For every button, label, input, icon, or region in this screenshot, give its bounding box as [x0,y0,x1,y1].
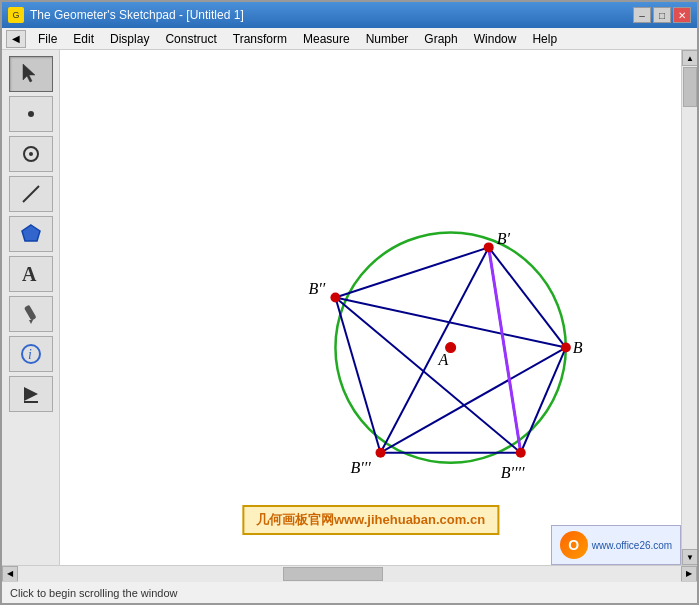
menu-construct[interactable]: Construct [157,30,224,48]
svg-line-23 [335,297,380,452]
svg-line-18 [335,297,520,452]
scroll-track-horizontal[interactable] [18,566,681,582]
compass-tool[interactable] [9,136,53,172]
svg-point-29 [561,343,571,353]
scroll-up-button[interactable]: ▲ [682,50,697,66]
status-bar: Click to begin scrolling the window [2,581,697,603]
svg-line-16 [335,297,565,347]
menu-file[interactable]: File [30,30,65,48]
line-icon [19,182,43,206]
menu-measure[interactable]: Measure [295,30,358,48]
canvas-area[interactable]: A B′ B B′′ B′′′ B′′′′ 几何画板官网www.jih [60,50,681,565]
arrow-icon [19,62,43,86]
scroll-thumb-horizontal[interactable] [283,567,383,581]
svg-text:B′′′: B′′′ [350,459,371,476]
svg-rect-7 [23,305,36,321]
svg-text:A: A [22,263,37,285]
minimize-button[interactable]: – [633,7,651,23]
svg-point-3 [29,152,33,156]
marker-icon [19,302,43,326]
title-buttons: – □ ✕ [633,7,691,23]
svg-point-33 [376,448,386,458]
menu-number[interactable]: Number [358,30,417,48]
text-tool[interactable]: A [9,256,53,292]
info-tool[interactable]: i [9,336,53,372]
animation-tool[interactable] [9,376,53,412]
text-icon: A [19,262,43,286]
maximize-button[interactable]: □ [653,7,671,23]
svg-line-21 [521,348,566,453]
menu-back-button[interactable]: ◀ [6,30,26,48]
menu-graph[interactable]: Graph [416,30,465,48]
svg-marker-5 [22,225,40,241]
svg-point-35 [516,448,526,458]
title-bar: G The Geometer's Sketchpad - [Untitled 1… [2,2,697,28]
animation-icon [19,382,43,406]
svg-text:B′: B′ [497,230,511,247]
svg-text:B′′: B′′ [308,280,325,297]
office-icon: O [560,531,588,559]
svg-marker-11 [24,387,38,401]
main-content: A i [2,50,697,565]
menu-window[interactable]: Window [466,30,525,48]
status-text: Click to begin scrolling the window [10,587,178,599]
scroll-track-vertical[interactable] [682,66,697,549]
menu-help[interactable]: Help [524,30,565,48]
window-title: The Geometer's Sketchpad - [Untitled 1] [30,8,633,22]
office-logo: O www.office26.com [551,525,681,565]
marker-tool[interactable] [9,296,53,332]
polygon-icon [19,222,43,246]
scroll-right-button[interactable]: ▶ [681,566,697,582]
menu-bar: ◀ File Edit Display Construct Transform … [2,28,697,50]
point-icon [19,102,43,126]
svg-line-4 [23,186,39,202]
scroll-left-button[interactable]: ◀ [2,566,18,582]
select-tool[interactable] [9,56,53,92]
close-button[interactable]: ✕ [673,7,691,23]
compass-icon [19,142,43,166]
geometry-canvas: A B′ B B′′ B′′′ B′′′′ [60,50,681,565]
bottom-scrollbar: ◀ ▶ [2,565,697,581]
menu-transform[interactable]: Transform [225,30,295,48]
menu-edit[interactable]: Edit [65,30,102,48]
watermark-text: 几何画板官网www.jihehuaban.com.cn [256,512,485,527]
point-tool[interactable] [9,96,53,132]
svg-marker-8 [29,320,33,324]
watermark-banner: 几何画板官网www.jihehuaban.com.cn [242,505,499,535]
right-scrollbar: ▲ ▼ [681,50,697,565]
scroll-thumb-vertical[interactable] [683,67,697,107]
svg-line-19 [489,247,521,452]
scroll-down-button[interactable]: ▼ [682,549,697,565]
office-url: www.office26.com [592,540,672,551]
svg-text:B′′′′: B′′′′ [501,464,525,481]
svg-marker-0 [23,64,35,82]
left-toolbar: A i [2,50,60,565]
svg-point-31 [330,292,340,302]
svg-text:i: i [28,347,32,362]
window-frame: G The Geometer's Sketchpad - [Untitled 1… [0,0,699,605]
line-tool[interactable] [9,176,53,212]
svg-text:A: A [438,351,449,368]
svg-point-27 [484,242,494,252]
info-icon: i [19,342,43,366]
menu-display[interactable]: Display [102,30,157,48]
polygon-tool[interactable] [9,216,53,252]
svg-text:B: B [573,339,583,356]
svg-point-1 [28,111,34,117]
app-icon: G [8,7,24,23]
